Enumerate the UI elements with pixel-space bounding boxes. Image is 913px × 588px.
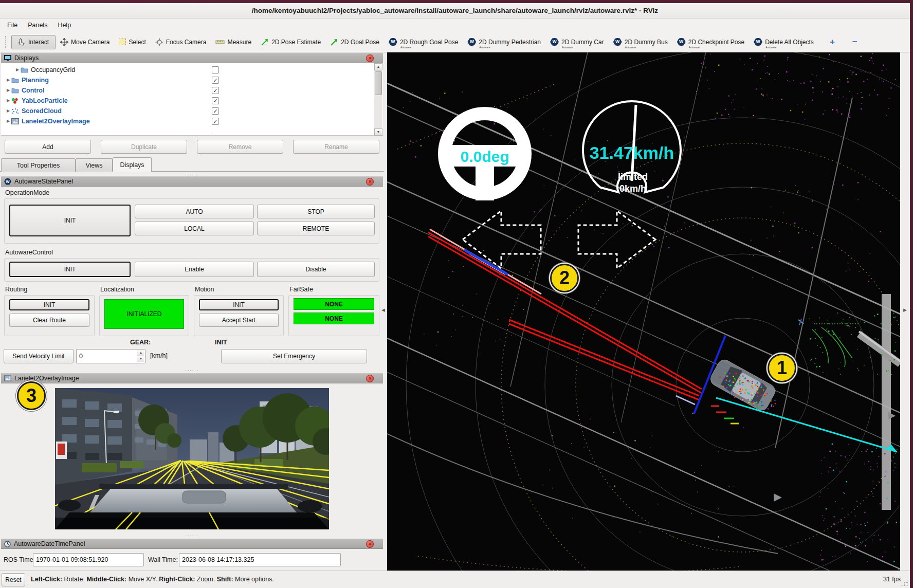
move-camera-icon <box>60 38 68 46</box>
select-box-icon <box>119 39 126 45</box>
add-tool-button[interactable]: + <box>826 37 839 47</box>
clear-route-button[interactable]: Clear Route <box>9 314 89 327</box>
tool-2d-goal-pose[interactable]: 2D Goal Pose <box>325 36 384 48</box>
close-icon[interactable]: ✕ <box>366 54 374 62</box>
tree-row-yablocparticle[interactable]: ▶ YabLocParticle ✓ <box>1 96 374 105</box>
velocity-limit-spinner[interactable]: 0 ▲ ▼ <box>76 349 145 363</box>
tool-2d-pose-estimate[interactable]: 2D Pose Estimate <box>256 36 325 48</box>
send-velocity-limit-button[interactable]: Send Velocity Limit <box>4 349 74 363</box>
overlay-image-panel-header[interactable]: Lanelet2OverlayImage ✕ <box>1 373 383 383</box>
tool-2d-checkpoint-pose[interactable]: w 2D Checkpoint Pose Autoware <box>672 36 749 48</box>
tool-interact[interactable]: Interact <box>11 35 56 49</box>
expander-icon[interactable]: ▶ <box>5 78 11 82</box>
autoware-state-panel-header[interactable]: w AutowareStatePanel ✕ <box>1 176 383 187</box>
checkbox[interactable]: ✓ <box>212 118 219 125</box>
expander-icon[interactable]: ▶ <box>5 108 11 113</box>
menu-panels[interactable]: Panels <box>23 20 52 30</box>
rename-display-button[interactable]: Rename <box>293 140 379 154</box>
routing-state-badge: INIT <box>9 299 89 310</box>
menu-help[interactable]: Help <box>52 20 76 30</box>
operation-mode-auto-button[interactable]: AUTO <box>135 205 254 218</box>
scroll-down-icon[interactable]: ▼ <box>374 128 382 136</box>
checkbox[interactable]: ✓ <box>212 107 219 115</box>
spin-up-icon[interactable]: ▲ <box>137 350 144 356</box>
tool-select[interactable]: Select <box>114 36 150 48</box>
clock-icon <box>4 541 11 547</box>
tree-scrollbar[interactable]: ▲ ▼ <box>374 63 382 136</box>
steering-angle-value: 0.0deg <box>460 148 509 165</box>
resize-grip[interactable] <box>901 579 908 586</box>
spin-down-icon[interactable]: ▼ <box>137 356 144 362</box>
focus-camera-icon <box>155 38 163 46</box>
expander-icon[interactable]: ▶ <box>5 88 11 93</box>
autoware-logo-icon: w <box>613 38 622 46</box>
checkbox[interactable] <box>212 66 219 74</box>
operation-mode-init-button[interactable]: INIT <box>9 205 131 236</box>
autoware-control-init-button[interactable]: INIT <box>9 262 131 277</box>
checkbox[interactable]: ✓ <box>212 87 219 94</box>
displays-panel-header[interactable]: Displays ✕ <box>1 53 383 63</box>
tool-2d-dummy-pedestrian[interactable]: w 2D Dummy Pedestrian Autoware <box>463 36 545 48</box>
operation-mode-local-button[interactable]: LOCAL <box>135 222 254 235</box>
checkbox[interactable]: ✓ <box>212 77 219 84</box>
title-bar[interactable]: /home/kentoyabuuchi2/Projects/yabloc_aut… <box>0 3 910 19</box>
splitter-handle[interactable]: ······ <box>0 534 384 537</box>
splitter-handle[interactable]: ······ <box>0 135 384 138</box>
annotation-badge-3: 3 <box>17 381 46 410</box>
monitor-icon <box>4 55 11 62</box>
scroll-up-icon[interactable]: ▲ <box>374 63 382 70</box>
autoware-logo-icon: w <box>754 38 762 46</box>
tab-displays[interactable]: Displays <box>113 157 152 172</box>
speed-value: 31.47km/h <box>590 143 674 162</box>
routing-label: Routing <box>5 286 27 293</box>
motion-label: Motion <box>195 286 214 293</box>
tool-2d-rough-goal-pose[interactable]: w 2D Rough Goal Pose Autoware <box>384 36 463 48</box>
tool-move-camera[interactable]: Move Camera <box>56 36 114 48</box>
viewport-canvas[interactable]: 0.0deg 31.47km/h limited 0km/h 2 1 <box>387 52 900 571</box>
motion-state-badge: INIT <box>199 299 279 310</box>
gear-value: INIT <box>215 339 227 346</box>
tool-2d-dummy-car[interactable]: w 2D Dummy Car Autoware <box>545 36 609 48</box>
add-display-button[interactable]: Add <box>5 140 91 154</box>
operation-mode-remote-button[interactable]: REMOTE <box>257 222 375 235</box>
tab-tool-properties[interactable]: Tool Properties <box>1 158 76 172</box>
expander-icon[interactable]: ▶ <box>14 67 21 72</box>
close-icon[interactable]: ✕ <box>366 178 374 186</box>
tree-row-lanelet2overlayimage[interactable]: ▶ Lanelet2OverlayImage ✓ <box>1 116 374 126</box>
speed-limit-label: limited <box>618 172 648 182</box>
toolbar-grip[interactable] <box>5 36 7 48</box>
tree-row-occupancygrid[interactable]: ▶ OccupancyGrid <box>1 65 374 75</box>
operation-mode-stop-button[interactable]: STOP <box>257 205 375 218</box>
wall-time-field[interactable]: 2023-06-08 14:17:13.325 <box>179 553 341 566</box>
remove-display-button[interactable]: Remove <box>197 140 283 154</box>
reset-button[interactable]: Reset <box>2 573 25 586</box>
splitter-collapse-right-icon[interactable]: ▶ <box>903 307 907 313</box>
ros-time-field[interactable]: 1970-01-01 09:08:51.920 <box>33 553 144 566</box>
camera-overlay-image <box>55 388 329 529</box>
checkbox[interactable]: ✓ <box>212 97 219 104</box>
expander-icon[interactable]: ▶ <box>5 119 11 123</box>
tree-row-scoredcloud[interactable]: ▶ ScoredCloud ✓ <box>1 106 374 116</box>
duplicate-display-button[interactable]: Duplicate <box>101 140 187 154</box>
tree-row-control[interactable]: ▶ Control ✓ <box>1 85 374 95</box>
remove-tool-button[interactable]: − <box>848 37 862 47</box>
expander-icon[interactable]: ▶ <box>5 98 11 103</box>
scrollbar-thumb[interactable] <box>375 71 382 95</box>
annotation-badge-1: 1 <box>768 354 796 382</box>
set-emergency-button[interactable]: Set Emergency <box>221 349 367 363</box>
menu-file[interactable]: File <box>2 20 23 30</box>
close-icon[interactable]: ✕ <box>366 375 374 382</box>
tool-2d-dummy-bus[interactable]: w 2D Dummy Bus Autoware <box>609 36 672 48</box>
tool-delete-all-objects[interactable]: w Delete All Objects Autoware <box>749 36 818 48</box>
close-icon[interactable]: ✕ <box>366 540 374 548</box>
tree-row-planning[interactable]: ▶ Planning ✓ <box>1 75 374 85</box>
tool-measure[interactable]: Measure <box>211 36 256 48</box>
splitter-collapse-left-icon[interactable]: ◀ <box>381 307 385 313</box>
accept-start-button[interactable]: Accept Start <box>199 314 279 327</box>
tab-views[interactable]: Views <box>76 158 113 172</box>
tool-focus-camera[interactable]: Focus Camera <box>151 36 211 48</box>
datetime-panel-header[interactable]: AutowareDateTimePanel ✕ <box>1 539 383 549</box>
autoware-control-disable-button[interactable]: Disable <box>257 262 375 277</box>
splitter-handle[interactable]: ······ <box>0 369 384 372</box>
autoware-control-enable-button[interactable]: Enable <box>135 262 254 277</box>
